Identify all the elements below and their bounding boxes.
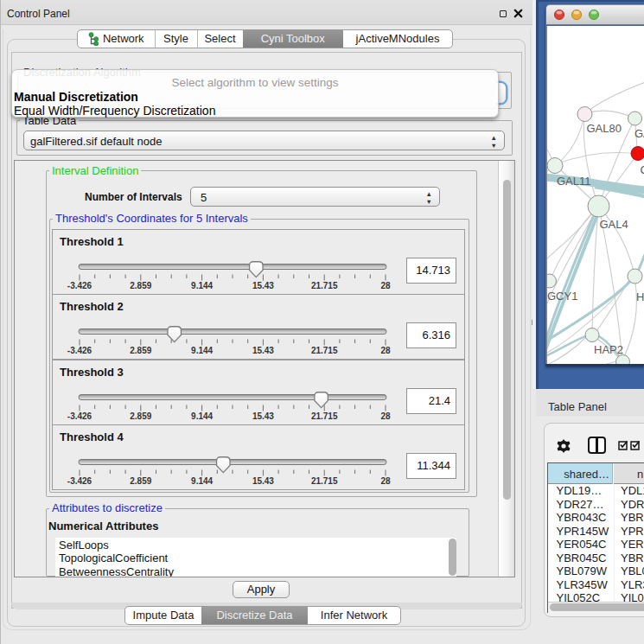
svg-text:HIS: HIS: [636, 290, 644, 303]
svg-text:GCY1: GCY1: [547, 289, 577, 302]
svg-text:2.859: 2.859: [130, 346, 151, 355]
svg-text:9.144: 9.144: [191, 346, 213, 355]
svg-text:28: 28: [380, 411, 391, 420]
svg-text:9.144: 9.144: [191, 411, 213, 420]
svg-text:CRP: CRP: [640, 163, 644, 175]
svg-text:2.859: 2.859: [130, 476, 151, 486]
svg-text:2.859: 2.859: [130, 411, 151, 420]
svg-text:GAL11: GAL11: [557, 174, 591, 187]
svg-text:28: 28: [380, 346, 391, 355]
svg-text:2.859: 2.859: [130, 280, 151, 290]
svg-text:GAL4: GAL4: [599, 217, 628, 230]
svg-text:21.715: 21.715: [311, 280, 338, 290]
svg-text:9.144: 9.144: [191, 280, 213, 290]
svg-text:-3.426: -3.426: [67, 346, 92, 355]
svg-text:-3.426: -3.426: [67, 476, 92, 486]
svg-text:21.715: 21.715: [311, 346, 338, 355]
svg-text:GAL: GAL: [634, 127, 644, 140]
svg-text:15.43: 15.43: [252, 280, 274, 290]
svg-text:28: 28: [380, 476, 391, 486]
svg-text:HAP2: HAP2: [594, 342, 623, 355]
svg-text:9.144: 9.144: [191, 476, 213, 486]
svg-text:15.43: 15.43: [252, 476, 274, 486]
svg-text:28: 28: [380, 280, 391, 290]
svg-text:-3.426: -3.426: [67, 280, 92, 290]
svg-text:GAL80: GAL80: [586, 122, 621, 135]
svg-text:-3.426: -3.426: [67, 411, 92, 420]
svg-text:21.715: 21.715: [311, 476, 338, 486]
svg-text:21.715: 21.715: [311, 411, 338, 420]
svg-text:15.43: 15.43: [252, 346, 274, 355]
svg-text:15.43: 15.43: [252, 411, 274, 420]
